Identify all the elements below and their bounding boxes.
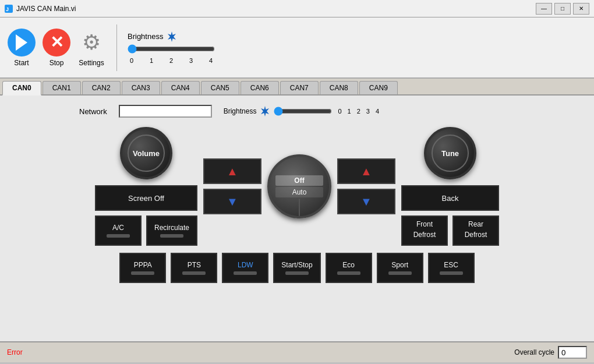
- tabs-bar: CAN0 CAN1 CAN2 CAN3 CAN4 CAN5 CAN6 CAN7 …: [0, 79, 594, 96]
- up-arrow-right-icon: ▲: [360, 165, 372, 178]
- col-right: Tune Back Front Defrost Rear Defrost: [395, 127, 499, 246]
- tab-can1[interactable]: CAN1: [43, 81, 81, 94]
- inner-brightness-indicator-icon: [260, 106, 270, 116]
- play-triangle-icon: [16, 34, 27, 51]
- app-icon: J: [5, 5, 13, 13]
- hvac-control[interactable]: Off Auto: [267, 154, 331, 218]
- toolbar: Start ✕ Stop ⚙ Settings Brightness 0 1 2…: [0, 17, 594, 79]
- hvac-auto-option[interactable]: Auto: [275, 187, 323, 197]
- volume-knob[interactable]: Volume: [120, 127, 172, 179]
- stop-x-icon: ✕: [50, 33, 63, 52]
- tab-can6[interactable]: CAN6: [241, 81, 279, 94]
- settings-button[interactable]: ⚙ Settings: [77, 29, 106, 67]
- sport-indicator: [388, 271, 412, 275]
- titlebar-title: JAVIS CAN Main.vi: [16, 5, 76, 13]
- settings-label: Settings: [79, 59, 104, 67]
- settings-icon: ⚙: [77, 29, 105, 56]
- hvac-off-option[interactable]: Off: [275, 175, 323, 186]
- front-defrost-button[interactable]: Front Defrost: [401, 215, 448, 246]
- svg-marker-3: [261, 106, 269, 116]
- pppa-button[interactable]: PPPA: [119, 253, 166, 283]
- sport-button[interactable]: Sport: [377, 253, 423, 283]
- stop-button[interactable]: ✕ Stop: [42, 29, 71, 67]
- screen-off-button[interactable]: Screen Off: [95, 185, 197, 211]
- brightness-slider[interactable]: [128, 44, 215, 54]
- start-icon: [8, 29, 36, 56]
- inner-brightness: Brightness 0 1 2 3 4: [224, 106, 379, 116]
- down-arrow-right-button[interactable]: ▼: [337, 189, 395, 214]
- ldw-indicator: [234, 271, 257, 275]
- up-arrow-left-icon: ▲: [227, 165, 238, 178]
- start-stop-indicator: [285, 271, 309, 275]
- bottom-row: PPPA PTS LDW Start/Stop Eco Sport ESC: [9, 253, 585, 283]
- error-label: Error: [7, 348, 23, 356]
- eco-indicator: [337, 271, 360, 275]
- ac-button[interactable]: A/C: [95, 215, 142, 246]
- start-label: Start: [14, 59, 29, 67]
- start-stop-button[interactable]: Start/Stop: [273, 253, 320, 283]
- up-arrow-right-button[interactable]: ▲: [337, 158, 395, 184]
- pts-button[interactable]: PTS: [171, 253, 217, 283]
- brightness-label: Brightness: [128, 32, 163, 41]
- tab-can0[interactable]: CAN0: [2, 81, 41, 96]
- svg-text:J: J: [6, 6, 9, 12]
- main-content: Network Brightness 0 1 2 3 4 Volume S: [0, 96, 594, 341]
- inner-brightness-slider[interactable]: [274, 107, 332, 116]
- down-arrow-left-button[interactable]: ▼: [203, 189, 261, 214]
- tab-can5[interactable]: CAN5: [201, 81, 239, 94]
- tab-can7[interactable]: CAN7: [280, 81, 319, 94]
- tab-can2[interactable]: CAN2: [82, 81, 121, 94]
- down-arrow-right-icon: ▼: [360, 195, 372, 208]
- up-arrow-left-button[interactable]: ▲: [203, 158, 261, 184]
- stop-label: Stop: [50, 59, 64, 67]
- controls-layout: Volume Screen Off A/C Recirculate: [9, 127, 585, 246]
- top-row: Network Brightness 0 1 2 3 4: [79, 105, 585, 118]
- overall-cycle-container: Overall cycle: [514, 346, 587, 359]
- brightness-indicator-icon: [167, 31, 177, 42]
- rear-defrost-button[interactable]: Rear Defrost: [452, 215, 499, 246]
- minimize-button[interactable]: —: [536, 3, 552, 15]
- titlebar: J JAVIS CAN Main.vi — □ ✕: [0, 0, 594, 17]
- left-buttons: Screen Off A/C Recirculate: [95, 185, 197, 246]
- back-button[interactable]: Back: [401, 185, 499, 211]
- inner-brightness-ticks: 0 1 2 3 4: [338, 108, 379, 115]
- gear-icon: ⚙: [82, 30, 101, 55]
- toolbar-divider: [116, 24, 117, 71]
- esc-button[interactable]: ESC: [428, 253, 475, 283]
- pts-indicator: [182, 271, 206, 275]
- ldw-button[interactable]: LDW: [222, 253, 268, 283]
- brightness-ticks: 0 1 2 3 4: [128, 57, 215, 64]
- col-mid-left: ▲ ▼: [203, 158, 261, 214]
- start-button[interactable]: Start: [7, 29, 36, 67]
- ac-recirc-row: A/C Recirculate: [95, 215, 197, 246]
- inner-brightness-label: Brightness: [224, 107, 257, 115]
- eco-button[interactable]: Eco: [326, 253, 372, 283]
- col-mid-right: ▲ ▼: [337, 158, 395, 214]
- titlebar-controls: — □ ✕: [536, 3, 589, 15]
- col-center: Off Auto: [264, 154, 335, 218]
- overall-cycle-input[interactable]: [558, 346, 587, 359]
- tab-can4[interactable]: CAN4: [161, 81, 200, 94]
- ac-indicator: [107, 234, 130, 238]
- stop-icon: ✕: [43, 29, 70, 56]
- tab-can9[interactable]: CAN9: [359, 81, 398, 94]
- tab-can3[interactable]: CAN3: [122, 81, 160, 94]
- close-button[interactable]: ✕: [573, 3, 589, 15]
- maximize-button[interactable]: □: [554, 3, 571, 15]
- toolbar-brightness: Brightness 0 1 2 3 4: [128, 31, 215, 64]
- svg-marker-2: [168, 31, 176, 42]
- col-left: Volume Screen Off A/C Recirculate: [95, 127, 203, 246]
- network-input[interactable]: [119, 105, 212, 118]
- network-label: Network: [79, 107, 107, 116]
- brightness-label-row: Brightness: [128, 31, 215, 42]
- recirculate-button[interactable]: Recirculate: [146, 215, 197, 246]
- tab-can8[interactable]: CAN8: [320, 81, 358, 94]
- esc-indicator: [440, 271, 463, 275]
- defrost-row: Front Defrost Rear Defrost: [401, 215, 499, 246]
- tune-knob[interactable]: Tune: [424, 127, 476, 179]
- status-bar: Error Overall cycle: [0, 341, 594, 362]
- pppa-indicator: [131, 271, 154, 275]
- hvac-stem: [299, 199, 300, 216]
- down-arrow-left-icon: ▼: [227, 195, 238, 208]
- recirc-indicator: [160, 234, 183, 238]
